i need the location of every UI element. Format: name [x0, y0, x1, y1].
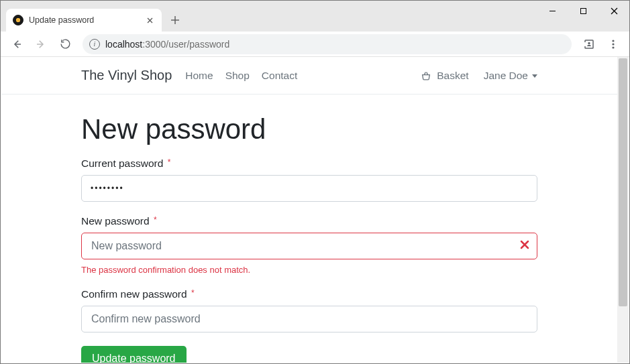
window-titlebar	[1, 1, 629, 9]
user-dropdown[interactable]: Jane Doe	[484, 70, 537, 82]
nav-link-contact[interactable]: Contact	[262, 70, 297, 82]
svg-point-12	[612, 43, 614, 45]
form-group-current-password: Current password * ••••••••	[81, 158, 537, 202]
user-name: Jane Doe	[484, 70, 528, 82]
new-password-error: The password confirmation does not match…	[81, 265, 537, 275]
required-mark: *	[168, 158, 171, 167]
window-controls	[537, 1, 629, 21]
nav-forward-button[interactable]	[30, 34, 52, 55]
nav-link-home[interactable]: Home	[185, 70, 213, 82]
invalid-icon	[520, 240, 529, 252]
new-password-label: New password *	[81, 215, 157, 227]
svg-point-10	[588, 42, 590, 44]
browser-tab-active[interactable]: Update password	[6, 9, 162, 32]
required-mark: *	[191, 288, 195, 298]
nav-link-shop[interactable]: Shop	[225, 70, 250, 82]
page-body: The Vinyl Shop Home Shop Contact Basket …	[1, 57, 617, 363]
form-group-confirm-password: Confirm new password *	[81, 288, 537, 332]
form-group-new-password: New password * The password confirmation…	[81, 215, 537, 275]
basket-icon	[421, 70, 431, 81]
svg-point-11	[612, 40, 614, 42]
browser-menu-button[interactable]	[602, 34, 624, 55]
current-password-label: Current password *	[81, 158, 170, 170]
nav-links: Home Shop Contact	[185, 70, 297, 82]
page-title: New password	[81, 113, 537, 145]
page-viewport: The Vinyl Shop Home Shop Contact Basket …	[1, 57, 629, 363]
window-maximize-button[interactable]	[568, 1, 598, 21]
main-content: New password Current password * ••••••••…	[74, 95, 544, 363]
profile-button[interactable]	[578, 34, 600, 55]
url-path: :3000/user/password	[142, 39, 229, 50]
nav-reload-button[interactable]	[54, 34, 76, 55]
browser-toolbar: i localhost:3000/user/password	[1, 32, 629, 57]
confirm-password-label: Confirm new password *	[81, 288, 195, 300]
vertical-scrollbar[interactable]	[617, 57, 629, 363]
url-host: localhost	[105, 39, 142, 50]
favicon-icon	[13, 15, 23, 25]
update-password-button[interactable]: Update password	[81, 346, 187, 363]
tab-title: Update password	[29, 15, 139, 25]
site-navbar: The Vinyl Shop Home Shop Contact Basket …	[1, 57, 617, 95]
window-minimize-button[interactable]	[537, 1, 568, 21]
address-bar[interactable]: i localhost:3000/user/password	[83, 34, 572, 54]
tab-close-button[interactable]	[144, 15, 155, 25]
site-info-icon[interactable]: i	[89, 39, 100, 50]
window-close-button[interactable]	[598, 1, 629, 21]
nav-back-button[interactable]	[6, 34, 28, 55]
svg-point-13	[612, 46, 614, 48]
brand[interactable]: The Vinyl Shop	[81, 68, 172, 83]
svg-rect-1	[580, 8, 586, 13]
nav-basket[interactable]: Basket	[421, 70, 468, 82]
new-tab-button[interactable]	[166, 11, 185, 29]
basket-label: Basket	[437, 70, 468, 82]
browser-tabstrip: Update password	[1, 9, 629, 32]
new-password-input[interactable]	[81, 233, 537, 259]
scrollbar-thumb[interactable]	[619, 58, 627, 306]
required-mark: *	[154, 215, 157, 225]
current-password-input[interactable]	[81, 175, 537, 202]
confirm-password-input[interactable]	[81, 306, 537, 332]
url-text: localhost:3000/user/password	[105, 39, 229, 50]
chevron-down-icon	[532, 74, 537, 78]
